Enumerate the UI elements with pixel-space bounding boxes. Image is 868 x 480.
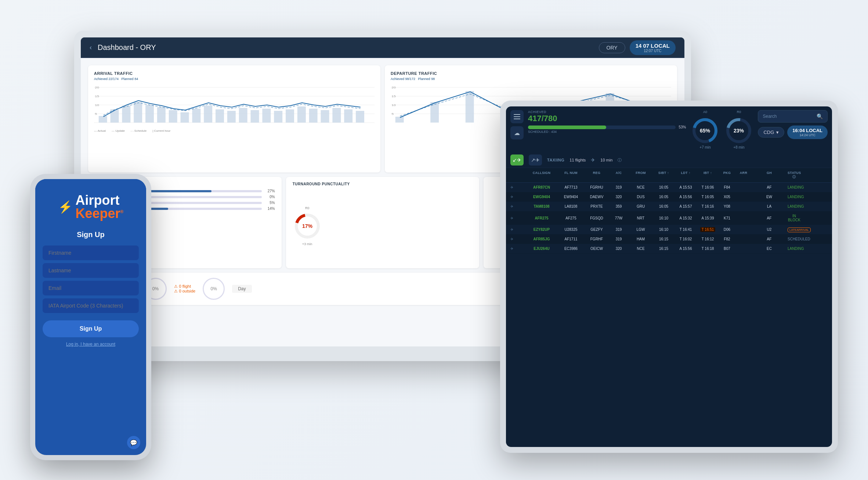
row-icon: ✈: [510, 237, 525, 241]
back-button[interactable]: ‹: [90, 44, 92, 51]
airport-code: CDG: [763, 130, 774, 135]
iata-input[interactable]: [43, 298, 139, 313]
row-reg: PRXTE: [584, 204, 610, 208]
svg-text:15: 15: [392, 95, 396, 98]
taxiing-time: 10 min: [600, 158, 612, 162]
row-ldt: T 16:02: [674, 237, 698, 241]
row-ibt: T 16:12: [698, 237, 718, 241]
row-pkg: D06: [718, 228, 736, 232]
row-sibt: 16:05: [654, 204, 674, 208]
svg-rect-27: [356, 111, 364, 123]
weather-button[interactable]: ☁: [510, 126, 524, 139]
chart-legend: — Actual --- Update - - Schedule | Curre…: [94, 129, 375, 132]
svg-rect-10: [157, 107, 166, 123]
signup-button[interactable]: Sign Up: [43, 320, 139, 337]
svg-text:10: 10: [392, 103, 396, 107]
r0-section: R0 23% +8 min: [724, 110, 753, 149]
menu-button[interactable]: [510, 110, 524, 123]
arrival-traffic-card: ARRIVAL TRAFFIC Achieved 22/174 Planned …: [88, 65, 380, 172]
reg-circle-2: 0%: [203, 278, 225, 300]
row-reg: FGRHU: [584, 185, 610, 189]
table-row[interactable]: ✈ TAM8108 LA8108 PRXTE 359 GRU 16:05 A 1…: [506, 202, 832, 211]
row-from: HAM: [628, 237, 654, 241]
firstname-input[interactable]: [43, 246, 139, 260]
row-ibt: T 16:18: [698, 247, 718, 251]
turnaround-content: R0 17% +3 min: [293, 189, 473, 263]
tablet-device: ☁ ACHIEVED 417/780 53% SCHEDULED : 434: [500, 101, 838, 453]
plane-arrival-icon: ↙✈: [513, 157, 521, 163]
airport-selector[interactable]: CDG ▾: [758, 127, 784, 138]
svg-text:17%: 17%: [302, 223, 313, 229]
lastname-input[interactable]: [43, 263, 139, 278]
table-row[interactable]: ✈ EWG9404 EW9404 DAEWV 320 DUS 16:05 A 1…: [506, 192, 832, 202]
search-box[interactable]: Search 🔍: [758, 110, 828, 123]
row-icon: ✈: [510, 185, 525, 189]
signup-title: Sign Up: [77, 230, 105, 239]
svg-rect-21: [286, 109, 294, 123]
row-callsign: EJU264U: [525, 247, 558, 251]
row-ac: 319: [610, 228, 628, 232]
row-reg: OEICW: [584, 247, 610, 251]
row-sibt: 16:10: [654, 228, 674, 232]
svg-rect-26: [344, 109, 352, 123]
svg-text:23%: 23%: [734, 128, 744, 134]
chat-button[interactable]: 💬: [127, 436, 140, 449]
row-pkg: K71: [718, 216, 736, 220]
svg-text:20: 20: [392, 86, 396, 89]
table-row[interactable]: ✈ EZY82UP U28325 GEZFY 319 LGW 16:10 T 1…: [506, 225, 832, 234]
row-gh: AF: [751, 237, 788, 241]
login-link[interactable]: Log in, I have an account: [66, 342, 115, 347]
row-callsign: AFR85JG: [525, 237, 558, 241]
svg-rect-12: [181, 112, 189, 123]
svg-rect-17: [239, 108, 247, 123]
progress-bar-bg: [528, 126, 676, 129]
info-icon: ⓘ: [618, 157, 622, 163]
table-row[interactable]: ✈ AFR275 AF275 FGSQD 77W NRT 16:10 A 15:…: [506, 211, 832, 225]
svg-text:15: 15: [95, 95, 99, 98]
tablet-controls: Search 🔍 CDG ▾ 16:04 LOCAL 14:24 UTC: [758, 110, 828, 139]
phone-screen: ⚡ Airport Keeper® Sign Up Sign Up Log in…: [35, 179, 146, 455]
row-from: GRU: [628, 204, 654, 208]
menu-line: [514, 119, 520, 119]
svg-rect-36: [395, 117, 404, 123]
th-status: STATUS ⓘ: [788, 171, 801, 179]
row-from: NCE: [628, 247, 654, 251]
row-sibt: 16:15: [654, 247, 674, 251]
airport-time-row: CDG ▾ 16:04 LOCAL 14:24 UTC: [758, 126, 828, 139]
plane-icon: ✈: [591, 157, 595, 163]
table-header: CALLSIGN FL NUM REG A/C FROM SIBT ↑ LDT …: [506, 168, 832, 183]
row-from: DUS: [628, 195, 654, 199]
search-placeholder: Search: [763, 114, 814, 119]
th-sibt: SIBT ↑: [654, 171, 674, 179]
departures-tab[interactable]: ↗✈: [529, 154, 542, 166]
brand-text: Airport Keeper®: [76, 194, 124, 220]
r0-label: R0: [737, 110, 741, 114]
row-ibt: A 15:39: [698, 216, 718, 220]
th-ac: A/C: [610, 171, 628, 179]
progress-row: 53%: [528, 125, 686, 129]
row-gh: LA: [751, 204, 788, 208]
arrivals-tab[interactable]: ↙✈: [510, 154, 524, 166]
table-row[interactable]: ✈ AFR87CN AF7713 FGRHU 319 NCE 16:05 A 1…: [506, 183, 832, 192]
row-pkg: X05: [718, 195, 736, 199]
svg-rect-9: [145, 105, 154, 123]
row-flnum: EC3986: [558, 247, 584, 251]
taxiing-label: TAXIING: [547, 158, 564, 162]
table-row[interactable]: ✈ AFR85JG AF1711 FGRHF 319 HAM 16:15 T 1…: [506, 234, 832, 244]
svg-rect-15: [216, 109, 224, 123]
row-gh: AF: [751, 216, 788, 220]
a0-section: A0 65% +7 min: [690, 110, 720, 149]
turnaround-card: TURNAROUND PUNCTUALITY R0 17% +3 min: [286, 177, 480, 268]
reg-info: ⚠ 0 flight ⚠ 0 outside: [174, 284, 196, 294]
row-reg: FGRHF: [584, 237, 610, 241]
achieved-label: ACHIEVED: [528, 110, 686, 114]
row-gh: AF: [751, 185, 788, 189]
row-ac: 359: [610, 204, 628, 208]
email-input[interactable]: [43, 281, 139, 295]
row-callsign: AFR87CN: [525, 185, 558, 189]
airport-badge: ORY: [599, 42, 625, 53]
table-body: ✈ AFR87CN AF7713 FGRHU 319 NCE 16:05 A 1…: [506, 183, 832, 447]
th-arr: ARR: [736, 171, 751, 179]
table-row[interactable]: ✈ EJU264U EC3986 OEICW 320 NCE 16:15 A 1…: [506, 244, 832, 254]
arrival-chart-area: 20 15 10 5: [94, 84, 375, 128]
